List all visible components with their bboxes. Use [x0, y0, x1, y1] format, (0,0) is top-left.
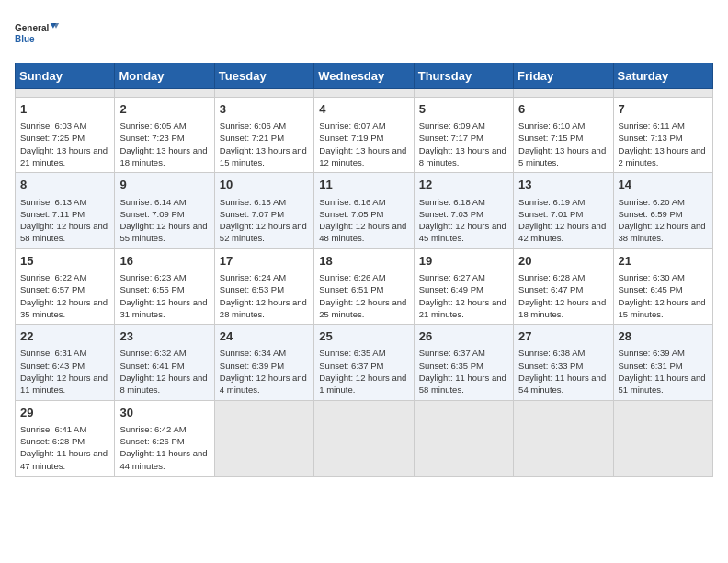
- sunrise-label: Sunrise: 6:05 AM: [119, 121, 186, 131]
- daylight-label: Daylight: 12 hours and 31 minutes.: [119, 297, 207, 319]
- daylight-label: Daylight: 11 hours and 44 minutes.: [119, 448, 207, 470]
- sunrise-label: Sunrise: 6:30 AM: [619, 272, 685, 282]
- sunrise-label: Sunrise: 6:38 AM: [518, 348, 585, 358]
- day-number: 28: [619, 328, 708, 345]
- weekday-header-saturday: Saturday: [613, 63, 712, 89]
- logo: General Blue: [15, 15, 61, 52]
- sunrise-label: Sunrise: 6:15 AM: [220, 197, 286, 207]
- day-number: 22: [20, 328, 109, 345]
- day-info: Sunrise: 6:15 AMSunset: 7:07 PMDaylight:…: [220, 196, 309, 245]
- calendar-cell: [514, 400, 613, 476]
- day-info: Sunrise: 6:41 AMSunset: 6:28 PMDaylight:…: [20, 423, 109, 472]
- calendar-cell: [613, 89, 712, 98]
- sunrise-label: Sunrise: 6:23 AM: [119, 272, 186, 282]
- sunset-label: Sunset: 6:43 PM: [20, 361, 85, 371]
- calendar-cell: 24Sunrise: 6:34 AMSunset: 6:39 PMDayligh…: [214, 325, 313, 400]
- calendar-cell: 10Sunrise: 6:15 AMSunset: 7:07 PMDayligh…: [214, 173, 313, 248]
- daylight-label: Daylight: 12 hours and 25 minutes.: [319, 297, 406, 319]
- sunrise-label: Sunrise: 6:37 AM: [419, 348, 485, 358]
- calendar-cell: [214, 89, 313, 98]
- sunset-label: Sunset: 7:21 PM: [220, 132, 284, 143]
- calendar-cell: 18Sunrise: 6:26 AMSunset: 6:51 PMDayligh…: [314, 248, 414, 324]
- sunrise-label: Sunrise: 6:32 AM: [119, 348, 186, 358]
- day-number: 3: [220, 101, 309, 118]
- calendar-cell: [414, 400, 513, 476]
- sunset-label: Sunset: 6:55 PM: [119, 284, 184, 294]
- calendar-cell: 14Sunrise: 6:20 AMSunset: 6:59 PMDayligh…: [613, 173, 712, 248]
- day-number: 18: [319, 253, 408, 270]
- calendar-cell: 1Sunrise: 6:03 AMSunset: 7:25 PMDaylight…: [16, 98, 115, 173]
- calendar-week-row: 1Sunrise: 6:03 AMSunset: 7:25 PMDaylight…: [16, 98, 713, 173]
- sunrise-label: Sunrise: 6:35 AM: [319, 348, 385, 358]
- calendar-cell: [514, 89, 613, 98]
- day-info: Sunrise: 6:26 AMSunset: 6:51 PMDaylight:…: [319, 271, 408, 320]
- calendar-cell: 20Sunrise: 6:28 AMSunset: 6:47 PMDayligh…: [514, 248, 613, 324]
- day-info: Sunrise: 6:16 AMSunset: 7:05 PMDaylight:…: [319, 196, 408, 245]
- calendar-cell: 23Sunrise: 6:32 AMSunset: 6:41 PMDayligh…: [115, 325, 214, 400]
- day-number: 16: [119, 253, 209, 270]
- daylight-label: Daylight: 12 hours and 48 minutes.: [319, 221, 406, 243]
- daylight-label: Daylight: 13 hours and 18 minutes.: [119, 145, 207, 167]
- day-number: 8: [20, 177, 109, 193]
- sunset-label: Sunset: 7:09 PM: [119, 209, 184, 219]
- day-info: Sunrise: 6:07 AMSunset: 7:19 PMDaylight:…: [319, 120, 408, 168]
- calendar-cell: [613, 400, 712, 476]
- weekday-header-wednesday: Wednesday: [314, 63, 414, 89]
- day-number: 30: [119, 405, 209, 421]
- sunrise-label: Sunrise: 6:07 AM: [319, 121, 385, 131]
- calendar-cell: 11Sunrise: 6:16 AMSunset: 7:05 PMDayligh…: [314, 173, 414, 248]
- sunset-label: Sunset: 7:01 PM: [518, 209, 583, 219]
- sunrise-label: Sunrise: 6:34 AM: [220, 348, 286, 358]
- calendar-cell: 21Sunrise: 6:30 AMSunset: 6:45 PMDayligh…: [613, 248, 712, 324]
- day-info: Sunrise: 6:35 AMSunset: 6:37 PMDaylight:…: [319, 347, 408, 396]
- daylight-label: Daylight: 12 hours and 52 minutes.: [220, 221, 307, 243]
- daylight-label: Daylight: 11 hours and 51 minutes.: [619, 373, 706, 395]
- daylight-label: Daylight: 12 hours and 11 minutes.: [20, 373, 108, 395]
- day-info: Sunrise: 6:09 AMSunset: 7:17 PMDaylight:…: [419, 120, 508, 168]
- calendar-cell: 6Sunrise: 6:10 AMSunset: 7:15 PMDaylight…: [514, 98, 613, 173]
- sunset-label: Sunset: 6:59 PM: [619, 209, 683, 219]
- sunrise-label: Sunrise: 6:28 AM: [518, 272, 585, 282]
- daylight-label: Daylight: 13 hours and 8 minutes.: [419, 145, 506, 167]
- day-info: Sunrise: 6:37 AMSunset: 6:35 PMDaylight:…: [419, 347, 508, 396]
- day-info: Sunrise: 6:23 AMSunset: 6:55 PMDaylight:…: [119, 271, 209, 320]
- sunset-label: Sunset: 6:49 PM: [419, 284, 483, 294]
- calendar-cell: 26Sunrise: 6:37 AMSunset: 6:35 PMDayligh…: [414, 325, 513, 400]
- day-number: 19: [419, 253, 508, 270]
- sunrise-label: Sunrise: 6:39 AM: [619, 348, 685, 358]
- calendar-week-row: 15Sunrise: 6:22 AMSunset: 6:57 PMDayligh…: [16, 248, 713, 324]
- sunrise-label: Sunrise: 6:03 AM: [20, 121, 86, 131]
- calendar-cell: 16Sunrise: 6:23 AMSunset: 6:55 PMDayligh…: [115, 248, 214, 324]
- day-number: 17: [220, 253, 309, 270]
- calendar-cell: 2Sunrise: 6:05 AMSunset: 7:23 PMDaylight…: [115, 98, 214, 173]
- day-info: Sunrise: 6:10 AMSunset: 7:15 PMDaylight:…: [518, 120, 608, 168]
- day-number: 15: [20, 253, 109, 270]
- sunrise-label: Sunrise: 6:26 AM: [319, 272, 385, 282]
- day-info: Sunrise: 6:14 AMSunset: 7:09 PMDaylight:…: [119, 196, 209, 245]
- calendar-cell: 5Sunrise: 6:09 AMSunset: 7:17 PMDaylight…: [414, 98, 513, 173]
- calendar-week-row: 29Sunrise: 6:41 AMSunset: 6:28 PMDayligh…: [16, 400, 713, 476]
- logo-svg: General Blue: [15, 15, 61, 52]
- daylight-label: Daylight: 12 hours and 55 minutes.: [119, 221, 207, 243]
- sunset-label: Sunset: 6:41 PM: [119, 361, 184, 371]
- day-number: 25: [319, 328, 408, 345]
- sunrise-label: Sunrise: 6:16 AM: [319, 197, 385, 207]
- day-info: Sunrise: 6:34 AMSunset: 6:39 PMDaylight:…: [220, 347, 309, 396]
- sunrise-label: Sunrise: 6:18 AM: [419, 197, 485, 207]
- sunrise-label: Sunrise: 6:11 AM: [619, 121, 685, 131]
- day-info: Sunrise: 6:42 AMSunset: 6:26 PMDaylight:…: [119, 423, 209, 472]
- daylight-label: Daylight: 11 hours and 54 minutes.: [518, 373, 606, 395]
- sunrise-label: Sunrise: 6:19 AM: [518, 197, 585, 207]
- sunset-label: Sunset: 7:15 PM: [518, 132, 583, 143]
- day-info: Sunrise: 6:22 AMSunset: 6:57 PMDaylight:…: [20, 271, 109, 320]
- calendar-cell: 29Sunrise: 6:41 AMSunset: 6:28 PMDayligh…: [16, 400, 115, 476]
- calendar-cell: 17Sunrise: 6:24 AMSunset: 6:53 PMDayligh…: [214, 248, 313, 324]
- day-info: Sunrise: 6:24 AMSunset: 6:53 PMDaylight:…: [220, 271, 309, 320]
- day-number: 21: [619, 253, 708, 270]
- calendar-cell: [16, 89, 115, 98]
- calendar-cell: 7Sunrise: 6:11 AMSunset: 7:13 PMDaylight…: [613, 98, 712, 173]
- calendar-table: SundayMondayTuesdayWednesdayThursdayFrid…: [15, 63, 713, 477]
- sunset-label: Sunset: 6:35 PM: [419, 361, 483, 371]
- day-number: 26: [419, 328, 508, 345]
- calendar-week-row: 22Sunrise: 6:31 AMSunset: 6:43 PMDayligh…: [16, 325, 713, 400]
